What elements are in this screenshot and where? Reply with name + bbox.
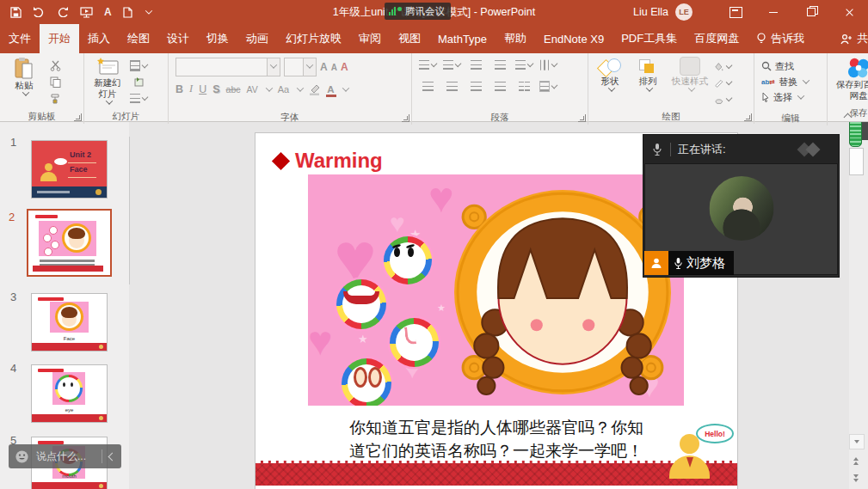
italic-button[interactable]: I <box>189 83 193 95</box>
clear-formatting-button[interactable]: A <box>341 61 348 73</box>
scroll-down-button[interactable] <box>849 434 865 449</box>
spacing-chevron-icon <box>266 84 273 91</box>
numbering-button[interactable] <box>443 58 460 72</box>
convert-smartart-button[interactable] <box>539 79 557 94</box>
columns-button[interactable] <box>515 79 532 94</box>
account-avatar[interactable]: LE <box>675 3 693 21</box>
tab-design[interactable]: 设计 <box>158 24 198 53</box>
tab-home[interactable]: 开始 <box>40 24 79 53</box>
align-left-button[interactable] <box>419 79 436 94</box>
minimize-button[interactable] <box>754 0 792 24</box>
shrink-font-button[interactable]: A <box>331 63 337 72</box>
lightbulb-icon <box>756 33 766 45</box>
reset-slide-button[interactable] <box>130 75 147 89</box>
bold-button[interactable]: B <box>175 83 183 95</box>
tencent-meeting-window[interactable]: 正在讲话: 刘梦格 <box>643 135 839 277</box>
double-down-icon <box>853 474 859 478</box>
restore-button[interactable] <box>792 0 830 24</box>
select-button[interactable]: 选择 <box>761 89 827 105</box>
slide-thumbnail-1[interactable]: Unit 2 Face <box>31 140 108 199</box>
character-spacing-button[interactable]: AV <box>247 84 258 95</box>
tab-view[interactable]: 视图 <box>390 24 429 53</box>
previous-slide-button[interactable] <box>849 454 863 468</box>
ribbon-display-options-button[interactable] <box>717 0 754 24</box>
highlight-color-button[interactable] <box>309 83 321 95</box>
meeting-chat-bar[interactable]: 说点什么... <box>9 444 121 468</box>
meeting-header[interactable]: 正在讲话: <box>643 135 839 163</box>
tab-mathtype[interactable]: MathType <box>429 24 496 53</box>
tab-transitions[interactable]: 切换 <box>198 24 237 53</box>
bullets-button[interactable] <box>419 58 436 72</box>
next-slide-button[interactable] <box>849 471 863 485</box>
tab-slideshow[interactable]: 幻灯片放映 <box>277 24 350 53</box>
replace-button[interactable]: ab⇄ 替换 <box>761 74 827 89</box>
mic-icon <box>652 143 662 156</box>
paragraph-dialog-launcher[interactable] <box>578 114 586 122</box>
font-name-combo[interactable] <box>175 58 280 76</box>
font-dialog-launcher[interactable] <box>402 114 409 122</box>
scrollbar-thumb[interactable] <box>849 148 864 175</box>
tab-draw[interactable]: 绘图 <box>119 24 158 53</box>
paste-clipboard-icon <box>14 57 34 80</box>
align-center-button[interactable] <box>443 79 460 94</box>
font-color-button[interactable]: A <box>327 84 334 95</box>
text-direction-button[interactable] <box>539 58 557 72</box>
cut-button[interactable] <box>46 58 64 73</box>
font-name-dropdown-icon[interactable] <box>267 58 280 76</box>
tab-baidu-netdisk[interactable]: 百度网盘 <box>686 24 748 53</box>
account-user-name[interactable]: Liu Ella <box>633 6 668 18</box>
shape-fill-button[interactable] <box>714 59 731 74</box>
font-size-dropdown-icon[interactable] <box>303 58 316 76</box>
slide-thumbnail-4[interactable]: eye <box>31 364 108 423</box>
section-button[interactable] <box>130 91 147 106</box>
increase-indent-button[interactable] <box>491 58 508 72</box>
thumb3-title-placeholder <box>38 297 64 301</box>
strikethrough-button[interactable]: abc <box>226 84 241 95</box>
slide-body-text[interactable]: 你知道五官是指的人体哪些器官吗？你知 道它们的英语名称吗？一起来学一学吧！ <box>255 416 737 462</box>
shape-effects-button[interactable] <box>714 92 731 107</box>
clipboard-dialog-launcher[interactable] <box>74 113 82 121</box>
drawing-dialog-launcher[interactable] <box>744 113 752 121</box>
justify-button[interactable] <box>491 79 508 94</box>
tab-pdf-tools[interactable]: PDF工具集 <box>613 24 686 53</box>
group-label-drawing: 绘图 <box>588 111 754 123</box>
collapse-chat-arrow-icon[interactable] <box>102 454 121 460</box>
tab-review[interactable]: 审阅 <box>350 24 390 53</box>
shape-outline-button[interactable] <box>714 76 731 90</box>
collapse-ribbon-chevron-icon[interactable] <box>845 113 853 118</box>
slide-thumbnail-2-selected[interactable] <box>27 209 112 277</box>
tab-help[interactable]: 帮助 <box>496 24 535 53</box>
tab-file[interactable]: 文件 <box>0 24 40 53</box>
share-button[interactable]: 共享 <box>832 24 868 53</box>
save-to-baidu-button[interactable]: 保存到百度网盘 <box>832 57 868 101</box>
format-painter-button[interactable] <box>46 91 64 106</box>
thumb4-eye-badge <box>55 375 83 402</box>
hello-speech-bubble: Hello! <box>696 424 734 443</box>
font-size-combo[interactable] <box>284 58 317 76</box>
tab-endnote[interactable]: EndNote X9 <box>535 24 613 53</box>
tell-me-button[interactable]: 告诉我 <box>748 24 813 53</box>
text-shadow-button[interactable]: S <box>212 83 219 95</box>
grow-font-button[interactable]: A <box>320 61 328 73</box>
tab-animations[interactable]: 动画 <box>237 24 277 53</box>
tencent-meeting-badge[interactable]: 腾讯会议 <box>385 3 451 20</box>
line-spacing-button[interactable] <box>515 58 532 72</box>
find-button[interactable]: 查找 <box>761 58 827 74</box>
copy-button[interactable] <box>46 75 64 89</box>
underline-button[interactable]: U <box>199 83 206 95</box>
change-case-button[interactable]: Aa <box>278 84 289 95</box>
thumb1-person-body <box>40 172 57 181</box>
close-button[interactable] <box>830 0 868 24</box>
speaker-name: 刘梦格 <box>686 255 725 272</box>
meeting-green-indicator[interactable] <box>849 119 862 147</box>
meeting-video-area[interactable]: 刘梦格 <box>644 163 838 275</box>
slide-layout-button[interactable] <box>130 58 147 73</box>
slide-thumbnail-3[interactable]: Face <box>31 293 108 351</box>
align-right-button[interactable] <box>467 79 484 94</box>
emoji-smiley-icon[interactable] <box>15 449 29 464</box>
decrease-indent-button[interactable] <box>467 58 484 72</box>
chat-input-placeholder[interactable]: 说点什么... <box>36 449 86 464</box>
main-vertical-scrollbar[interactable] <box>849 121 868 489</box>
tab-insert[interactable]: 插入 <box>79 24 119 53</box>
slide-picture[interactable]: ♥ ♥ ♥ ♥ ♥ ♥ ★ ★ ★ <box>308 174 684 406</box>
